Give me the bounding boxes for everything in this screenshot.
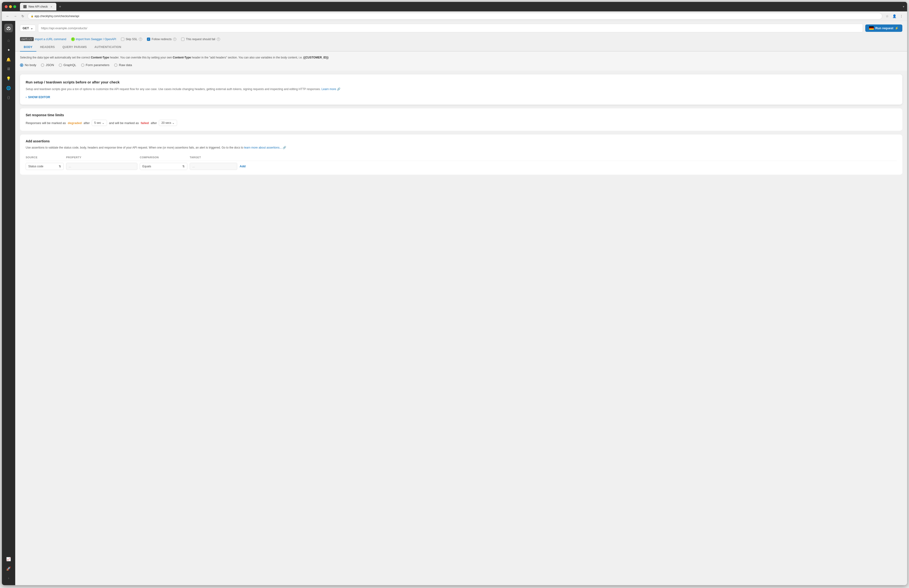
import-swagger-link[interactable]: import from Swagger / OpenAPI: [76, 37, 116, 41]
follow-redirects-label: Follow redirects: [152, 37, 172, 41]
response-time-title: Set response time limits: [26, 113, 897, 117]
radio-raw-data[interactable]: Raw data: [114, 63, 132, 67]
body-description: Selecting the data type will automatical…: [20, 55, 903, 60]
browser-tab-active[interactable]: ✓ New API check ✕: [20, 3, 57, 10]
profile-button[interactable]: 👤: [891, 13, 897, 19]
sidebar-logo[interactable]: 🐼: [4, 24, 13, 32]
sidebar-item-checks[interactable]: ✦: [4, 46, 13, 54]
source-select[interactable]: Status code ⇅: [26, 163, 64, 170]
learn-more-link[interactable]: Learn more: [321, 87, 336, 91]
radio-json[interactable]: JSON: [41, 63, 54, 67]
radio-form-params[interactable]: Form parameters: [81, 63, 110, 67]
skip-ssl-help-icon[interactable]: ?: [139, 37, 142, 41]
radio-graphql-button[interactable]: [59, 63, 62, 67]
comparison-chevron: ⇅: [182, 165, 185, 168]
failed-time-chevron: ⌄: [172, 121, 174, 124]
show-editor-label: SHOW EDITOR: [28, 95, 50, 99]
skip-ssl-checkbox[interactable]: [121, 37, 124, 41]
menu-button[interactable]: ⋮: [899, 13, 904, 19]
radio-graphql-label: GraphQL: [63, 63, 76, 67]
radio-form-params-button[interactable]: [81, 63, 84, 67]
bookmark-button[interactable]: ☆: [884, 13, 890, 19]
tab-body[interactable]: BODY: [20, 43, 36, 52]
request-should-fail-checkbox[interactable]: [181, 37, 184, 41]
radio-no-body-button[interactable]: [20, 63, 23, 67]
radio-json-label: JSON: [46, 63, 54, 67]
chevron-right-icon: ›: [26, 95, 27, 99]
radio-raw-data-button[interactable]: [114, 63, 118, 67]
curl-label: curl://: [20, 37, 34, 41]
follow-redirects-checkbox[interactable]: ✓: [147, 37, 150, 41]
skip-ssl-option[interactable]: Skip SSL ?: [121, 37, 142, 41]
assertions-learn-more-link[interactable]: learn more about assertions...: [244, 146, 282, 149]
method-select[interactable]: GET ⌄: [20, 25, 36, 32]
radio-graphql[interactable]: GraphQL: [59, 63, 76, 67]
after2-label: after: [151, 121, 157, 125]
sidebar-item-reports[interactable]: 📈: [4, 555, 13, 563]
forward-button[interactable]: →: [12, 13, 18, 19]
middle-label: and will be marked as: [109, 121, 139, 125]
url-input[interactable]: [38, 24, 863, 32]
sidebar-item-rockets[interactable]: 🚀: [4, 564, 13, 573]
show-editor-link[interactable]: › SHOW EDITOR: [26, 95, 897, 99]
url-text: app.checklyhq.com/checks/new/api: [34, 15, 79, 18]
sidebar-item-global[interactable]: 🌐: [4, 84, 13, 92]
tab-headers[interactable]: HEADERS: [36, 43, 59, 52]
comparison-select[interactable]: Equals ⇅: [140, 163, 187, 170]
new-tab-button[interactable]: +: [57, 4, 63, 10]
response-time-section: Set response time limits Responses will …: [20, 108, 903, 131]
window-controls: ▾: [903, 5, 904, 8]
column-comparison: COMPARISON: [140, 156, 187, 159]
url-bar[interactable]: 🔒 app.checklyhq.com/checks/new/api: [27, 13, 882, 19]
add-assertion-link[interactable]: Add: [240, 165, 254, 168]
body-section: Selecting the data type will automatical…: [15, 52, 907, 71]
radio-json-button[interactable]: [41, 63, 44, 67]
sidebar-item-private[interactable]: 💡: [4, 74, 13, 83]
degraded-time-select[interactable]: 5 sec ⌄: [92, 120, 107, 126]
back-button[interactable]: ←: [5, 13, 10, 19]
request-bar: GET ⌄ Run request ⚡: [15, 21, 907, 35]
radio-raw-data-label: Raw data: [119, 63, 132, 67]
failed-time-select[interactable]: 20 secs ⌄: [159, 120, 177, 126]
radio-no-body[interactable]: No body: [20, 63, 36, 67]
skip-ssl-label: Skip SSL: [126, 37, 137, 41]
import-curl-link[interactable]: import a cURL command: [35, 37, 66, 41]
degraded-time-chevron: ⌄: [102, 121, 104, 124]
minimize-button[interactable]: [9, 5, 12, 8]
sidebar-item-alerts[interactable]: 🔔: [4, 55, 13, 64]
options-bar: curl:// import a cURL command ✦ import f…: [15, 35, 907, 43]
method-chevron: ⌄: [31, 26, 33, 30]
response-prefix: Responses will be marked as: [26, 121, 66, 125]
tab-favicon: ✓: [23, 5, 27, 8]
after1-label: after: [84, 121, 90, 125]
request-should-fail-label: This request should fail: [186, 37, 215, 41]
maximize-button[interactable]: [13, 5, 16, 8]
source-value: Status code: [28, 165, 43, 168]
follow-redirects-option[interactable]: ✓ Follow redirects ?: [147, 37, 176, 41]
close-button[interactable]: [5, 5, 8, 8]
sidebar-expand-button[interactable]: ›: [4, 574, 13, 582]
sidebar-item-code[interactable]: ⟨⟩: [4, 93, 13, 102]
follow-redirects-help-icon[interactable]: ?: [173, 37, 176, 41]
browser-titlebar: ✓ New API check ✕ + ▾: [2, 2, 907, 11]
request-should-fail-option[interactable]: This request should fail ?: [181, 37, 220, 41]
app-layout: 🐼 ⌂ ✦ 🔔 🖥 💡 🌐 ⟨⟩ 📈 🚀 › GET ⌄: [2, 21, 907, 585]
sidebar-item-home[interactable]: ⌂: [4, 36, 13, 45]
run-icon: ⚡: [895, 26, 899, 30]
tab-close-button[interactable]: ✕: [50, 5, 53, 8]
column-target: TARGET: [190, 156, 237, 159]
property-input[interactable]: ...: [66, 163, 137, 170]
failed-time-value: 20 secs: [161, 121, 171, 124]
run-request-button[interactable]: Run request ⚡: [865, 24, 903, 32]
address-bar-container: ← → ↻ 🔒 app.checklyhq.com/checks/new/api…: [2, 11, 907, 21]
sidebar-item-monitors[interactable]: 🖥: [4, 65, 13, 73]
column-property: PROPERTY: [66, 156, 137, 159]
address-actions: ☆ 👤 ⋮: [884, 13, 904, 19]
tab-authentication[interactable]: AUTHENTICATION: [90, 43, 125, 52]
assertions-description: Use assertions to validate the status co…: [26, 145, 897, 150]
request-should-fail-help-icon[interactable]: ?: [217, 37, 220, 41]
tab-bar: ✓ New API check ✕ +: [20, 3, 901, 10]
target-input[interactable]: ...: [190, 163, 237, 170]
reload-button[interactable]: ↻: [20, 13, 26, 19]
tab-query-params[interactable]: QUERY PARAMS: [59, 43, 90, 52]
